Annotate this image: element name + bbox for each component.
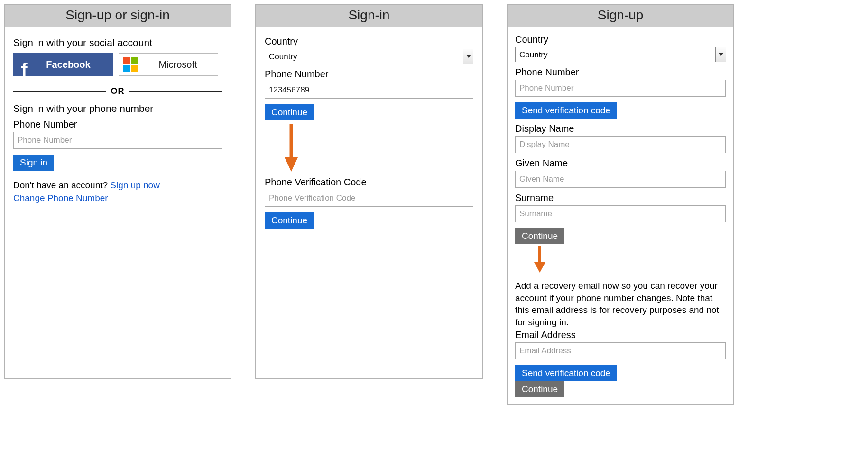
verification-code-label: Phone Verification Code — [265, 177, 473, 188]
verification-code-input[interactable] — [265, 190, 473, 207]
phone-heading: Sign in with your phone number — [13, 103, 222, 114]
facebook-button[interactable]: f Facebook — [13, 53, 113, 76]
facebook-label: Facebook — [35, 59, 112, 70]
or-text: OR — [106, 86, 129, 96]
svg-marker-5 — [534, 262, 545, 273]
social-heading: Sign in with your social account — [13, 37, 222, 48]
continue-button[interactable]: Continue — [515, 228, 564, 244]
facebook-icon: f — [14, 54, 35, 75]
change-phone-link[interactable]: Change Phone Number — [13, 193, 108, 203]
country-select[interactable]: Country — [265, 49, 473, 64]
country-label: Country — [515, 34, 726, 45]
arrow-down-icon — [285, 124, 473, 174]
panel-title: Sign-in — [256, 5, 482, 27]
or-divider: OR — [13, 86, 222, 96]
country-select[interactable]: Country — [515, 47, 726, 62]
send-code-button[interactable]: Send verification code — [515, 102, 617, 119]
svg-marker-2 — [285, 157, 298, 172]
signup-panel: Sign-up Country Country Phone Number Sen… — [507, 4, 734, 405]
display-name-input[interactable] — [515, 136, 726, 153]
signup-signin-panel: Sign-up or sign-in Sign in with your soc… — [4, 4, 231, 379]
signup-now-link[interactable]: Sign up now — [110, 180, 160, 190]
continue-button-2[interactable]: Continue — [515, 381, 564, 397]
email-input[interactable] — [515, 342, 726, 359]
panel-title: Sign-up — [508, 5, 733, 27]
continue-button-2[interactable]: Continue — [265, 212, 314, 229]
microsoft-label: Microsoft — [138, 59, 218, 70]
email-label: Email Address — [515, 330, 726, 340]
phone-input[interactable] — [265, 82, 473, 99]
country-label: Country — [265, 36, 473, 47]
panel-title: Sign-up or sign-in — [5, 5, 231, 27]
signin-panel: Sign-in Country Country Phone Number Con… — [255, 4, 483, 379]
phone-input[interactable] — [515, 80, 726, 97]
no-account-text: Don't have an account? — [13, 180, 110, 190]
microsoft-button[interactable]: Microsoft — [119, 53, 218, 76]
microsoft-icon — [123, 57, 138, 72]
surname-input[interactable] — [515, 205, 726, 222]
phone-input[interactable] — [13, 132, 222, 149]
given-name-input[interactable] — [515, 171, 726, 188]
surname-label: Surname — [515, 192, 726, 203]
phone-label: Phone Number — [265, 69, 473, 80]
display-name-label: Display Name — [515, 123, 726, 134]
given-name-label: Given Name — [515, 158, 726, 169]
phone-label: Phone Number — [13, 119, 222, 130]
arrow-down-icon — [534, 246, 726, 275]
continue-button[interactable]: Continue — [265, 104, 314, 120]
phone-label: Phone Number — [515, 67, 726, 78]
recovery-email-text: Add a recovery email now so you can reco… — [515, 280, 726, 329]
signin-button[interactable]: Sign in — [13, 155, 54, 171]
